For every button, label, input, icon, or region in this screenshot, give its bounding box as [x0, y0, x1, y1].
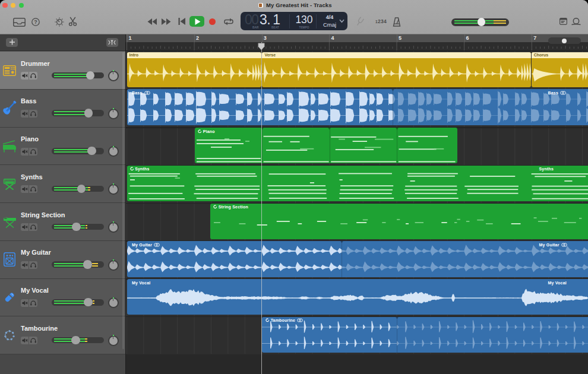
svg-text:?: ?: [34, 19, 37, 25]
